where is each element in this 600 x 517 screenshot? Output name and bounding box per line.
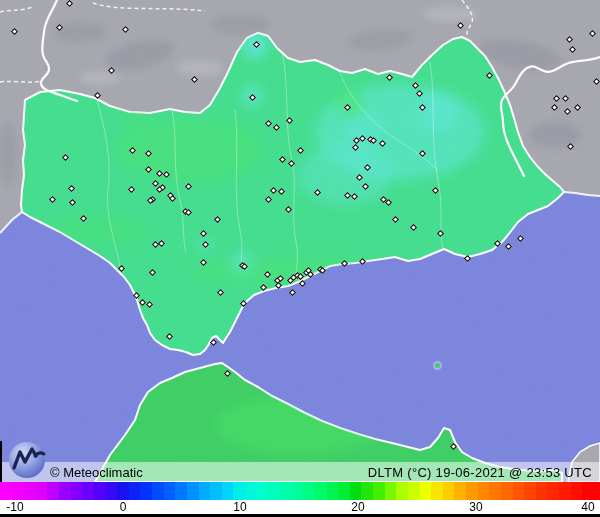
left-edge-notch (0, 441, 2, 482)
legend-color-segment (1, 482, 13, 500)
legend-color-segment (315, 482, 327, 500)
legend-color-segment (59, 482, 71, 500)
alboran-island (435, 363, 440, 368)
legend-color-segment (466, 482, 478, 500)
legend-color-segment (13, 482, 25, 500)
legend-color-segment (361, 482, 373, 500)
legend-color-segment (210, 482, 222, 500)
legend-color-segment (129, 482, 141, 500)
temperature-map (0, 0, 600, 482)
legend-color-segment (571, 482, 583, 500)
legend-color-segment (408, 482, 420, 500)
legend-color-segment (199, 482, 211, 500)
legend-color-segment (257, 482, 269, 500)
legend-color-segment (582, 482, 594, 500)
legend-color-segment (175, 482, 187, 500)
legend-color-segment (536, 482, 548, 500)
legend-color-segment (94, 482, 106, 500)
legend-color-segment (47, 482, 59, 500)
attribution-text: © Meteoclimatic (50, 465, 143, 480)
legend-color-segment (187, 482, 199, 500)
noise-texture (0, 0, 600, 482)
legend-color-segment (478, 482, 490, 500)
legend-color-segment (327, 482, 339, 500)
legend-color-segment (594, 482, 600, 500)
legend-color-segment (431, 482, 443, 500)
legend-color-segment (350, 482, 362, 500)
weather-map-app: © Meteoclimatic DLTM (°C) 19-06-2021 @ 2… (0, 0, 600, 517)
legend-color-segment (268, 482, 280, 500)
legend-color-segment (164, 482, 176, 500)
legend-tick-label: 0 (120, 500, 127, 514)
legend-color-segment (233, 482, 245, 500)
legend-tick-label: 20 (351, 500, 364, 514)
legend-color-segment (501, 482, 513, 500)
legend-color-segment (82, 482, 94, 500)
legend-color-segment (443, 482, 455, 500)
attribution-strip: © Meteoclimatic DLTM (°C) 19-06-2021 @ 2… (0, 462, 600, 482)
legend-color-segment (373, 482, 385, 500)
legend-color-segment (140, 482, 152, 500)
legend-color-segment (420, 482, 432, 500)
legend-colorbar (0, 482, 600, 500)
legend-color-segment (36, 482, 48, 500)
legend-color-segment (24, 482, 36, 500)
legend-color-segment (524, 482, 536, 500)
legend-color-segment (559, 482, 571, 500)
legend-color-segment (245, 482, 257, 500)
legend-color-segment (280, 482, 292, 500)
legend-color-segment (106, 482, 118, 500)
legend-tick-label: -10 (6, 500, 23, 514)
legend-color-segment (71, 482, 83, 500)
legend-color-segment (222, 482, 234, 500)
legend-color-segment (489, 482, 501, 500)
legend-color-segment (547, 482, 559, 500)
legend-color-segment (454, 482, 466, 500)
map-title: DLTM (°C) 19-06-2021 @ 23:53 UTC (368, 465, 592, 480)
legend-color-segment (292, 482, 304, 500)
legend-color-segment (303, 482, 315, 500)
meteoclimatic-logo[interactable] (5, 440, 51, 482)
legend-color-segment (338, 482, 350, 500)
legend-color-segment (152, 482, 164, 500)
legend-color-segment (385, 482, 397, 500)
legend-tick-row: -10010203040 (0, 500, 600, 514)
map-svg (0, 0, 600, 482)
legend-tick-label: 40 (581, 500, 594, 514)
legend-color-segment (117, 482, 129, 500)
legend-color-segment (513, 482, 525, 500)
legend-tick-label: 30 (469, 500, 482, 514)
legend-tick-label: 10 (233, 500, 246, 514)
legend-color-segment (396, 482, 408, 500)
